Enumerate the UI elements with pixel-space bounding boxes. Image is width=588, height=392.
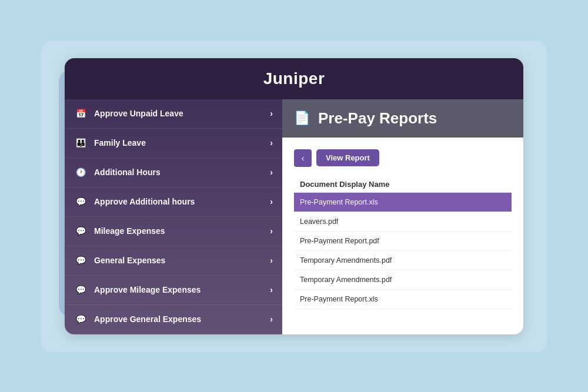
sidebar-item-additional-hours[interactable]: 🕐Additional Hours› xyxy=(65,158,282,187)
approve-unpaid-leave-chevron: › xyxy=(270,109,273,118)
outer-container: Juniper 📅Approve Unpaid Leave›👪Family Le… xyxy=(41,41,547,352)
panel-title: Pre-Pay Reports xyxy=(318,109,437,128)
sidebar-scroll[interactable]: 📅Approve Unpaid Leave›👪Family Leave›🕐Add… xyxy=(65,99,282,334)
approve-additional-hours-label: Approve Additional hours xyxy=(94,197,270,206)
mileage-expenses-label: Mileage Expenses xyxy=(94,226,270,236)
card-body: 📅Approve Unpaid Leave›👪Family Leave›🕐Add… xyxy=(65,99,523,334)
approve-unpaid-leave-label: Approve Unpaid Leave xyxy=(94,109,270,118)
general-expenses-chevron: › xyxy=(270,256,273,265)
approve-additional-hours-chevron: › xyxy=(270,197,273,206)
family-leave-chevron: › xyxy=(270,138,273,148)
general-expenses-icon: 💬 xyxy=(74,254,87,267)
right-panel: 📄 Pre-Pay Reports ‹ View Report Document… xyxy=(282,99,523,334)
table-row[interactable]: Pre-Payment Report.xls xyxy=(294,193,512,212)
sidebar: 📅Approve Unpaid Leave›👪Family Leave›🕐Add… xyxy=(65,99,282,334)
approve-mileage-expenses-chevron: › xyxy=(270,285,273,294)
sidebar-item-family-leave[interactable]: 👪Family Leave› xyxy=(65,129,282,158)
app-title: Juniper xyxy=(263,69,325,88)
sidebar-item-general-expenses[interactable]: 💬General Expenses› xyxy=(65,246,282,276)
app-header: Juniper xyxy=(65,58,523,99)
approve-mileage-expenses-label: Approve Mileage Expenses xyxy=(94,285,270,294)
column-header: Document Display Name xyxy=(294,176,512,193)
table-row[interactable]: Temporary Amendments.pdf xyxy=(294,251,512,270)
mileage-expenses-icon: 💬 xyxy=(74,225,87,237)
sidebar-item-approve-mileage-expenses[interactable]: 💬Approve Mileage Expenses› xyxy=(65,276,282,305)
additional-hours-icon: 🕐 xyxy=(74,166,87,179)
panel-content: ‹ View Report Document Display Name Pre-… xyxy=(282,138,523,334)
sidebar-item-approve-additional-hours[interactable]: 💬Approve Additional hours› xyxy=(65,187,282,217)
sidebar-item-approve-general-expenses[interactable]: 💬Approve General Expenses› xyxy=(65,305,282,334)
document-table: Document Display Name Pre-Payment Report… xyxy=(294,176,512,309)
approve-additional-hours-icon: 💬 xyxy=(74,195,87,208)
general-expenses-label: General Expenses xyxy=(94,256,270,265)
view-report-button[interactable]: View Report xyxy=(316,149,379,166)
table-row[interactable]: Leavers.pdf xyxy=(294,212,512,232)
additional-hours-chevron: › xyxy=(270,167,273,177)
sidebar-item-approve-unpaid-leave[interactable]: 📅Approve Unpaid Leave› xyxy=(65,99,282,129)
toolbar: ‹ View Report xyxy=(294,149,512,167)
family-leave-icon: 👪 xyxy=(74,136,87,149)
approve-unpaid-leave-icon: 📅 xyxy=(74,107,87,120)
table-row[interactable]: Pre-Payment Report.pdf xyxy=(294,232,512,251)
mileage-expenses-chevron: › xyxy=(270,226,273,236)
panel-header-icon: 📄 xyxy=(294,110,310,126)
table-row[interactable]: Temporary Amendments.pdf xyxy=(294,270,512,290)
approve-general-expenses-chevron: › xyxy=(270,314,273,324)
approve-mileage-expenses-icon: 💬 xyxy=(74,283,87,296)
additional-hours-label: Additional Hours xyxy=(94,167,270,177)
table-row[interactable]: Pre-Payment Report.xls xyxy=(294,290,512,309)
back-button[interactable]: ‹ xyxy=(294,149,312,167)
family-leave-label: Family Leave xyxy=(94,138,270,148)
panel-header: 📄 Pre-Pay Reports xyxy=(282,99,523,138)
main-card: Juniper 📅Approve Unpaid Leave›👪Family Le… xyxy=(65,58,523,334)
approve-general-expenses-label: Approve General Expenses xyxy=(94,314,270,324)
approve-general-expenses-icon: 💬 xyxy=(74,313,87,326)
sidebar-item-mileage-expenses[interactable]: 💬Mileage Expenses› xyxy=(65,217,282,246)
